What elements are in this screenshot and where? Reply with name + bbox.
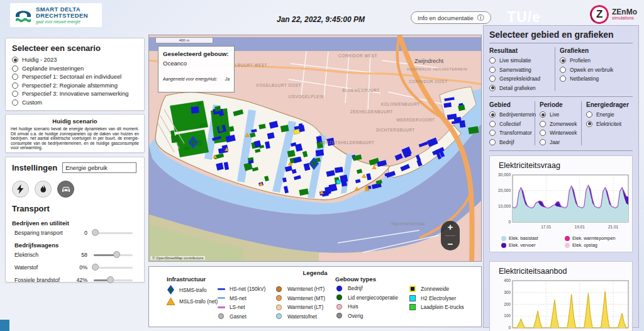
radio-label: Bedrijf — [499, 139, 514, 145]
transport-tab-button[interactable] — [57, 181, 74, 198]
radio-perspectief-3-innovatieve-samenwerking[interactable]: Perspectief 3: Innovatieve samenwerking — [12, 91, 138, 97]
radio-zomerweek[interactable]: Zomerweek — [540, 121, 577, 127]
radio-geplande-investeringen[interactable]: Geplande investeringen — [12, 65, 138, 72]
map-container[interactable]: CORRIDOR WEST CORRIDOR OOST BLOEMENBUURT… — [148, 35, 482, 262]
radio-netbelasting[interactable]: Netbelasting — [560, 76, 613, 82]
radio-elektriciteit[interactable]: Elektriciteit — [586, 121, 629, 127]
resultaat-title: Resultaat — [489, 47, 551, 54]
radio-live[interactable]: Live — [540, 111, 577, 118]
radio-samenvatting[interactable]: Samenvatting — [489, 67, 551, 73]
legend-item-ls-net: LS-net — [217, 304, 265, 310]
legend-item-bedrijf: Bedrijf — [335, 285, 398, 291]
aanbod-chart-title: Elektriciteitsaanbod — [499, 267, 628, 276]
transport-title: Transport — [12, 204, 138, 213]
instellingen-input[interactable] — [62, 162, 136, 173]
radio-label: Transformator — [499, 130, 532, 136]
legend-item-msls-trafo-net: MSLS-trafo (net) — [167, 298, 218, 305]
legend-label: Elek. basislast — [509, 235, 538, 241]
radio-transformator[interactable]: Transformator — [489, 130, 531, 136]
legend-item-waterstofnet: Waterstofnet — [275, 313, 325, 320]
lightning-icon — [16, 184, 25, 194]
zenmo-name: ZEnMo — [612, 9, 637, 16]
circle-icon — [335, 286, 343, 291]
legend-item-lid-energieco-peratie: Lid energiecoöperatie — [335, 295, 398, 301]
radio-label: Gespreksleidraad — [499, 76, 540, 82]
legend-label: Elek. vervoer — [509, 242, 536, 248]
heat-tab-button[interactable] — [35, 181, 52, 198]
radio-jaar[interactable]: Jaar — [540, 139, 577, 145]
slider-value: 42% — [70, 277, 87, 283]
slider-label: Besparing transport — [12, 230, 70, 236]
legend-item-hs-net-150kv: HS-net (150kV) — [217, 286, 265, 292]
periode-options: LiveZomerweekWinterweekJaar — [540, 111, 577, 145]
svg-text:400: 400 — [504, 278, 511, 283]
slider-row-besparing: Besparing transport 0 — [12, 229, 138, 237]
radio-icon — [489, 139, 496, 145]
graph-selection-panel: Selecteer gebied en grafieken Resultaat … — [483, 25, 639, 328]
svg-text:300: 300 — [504, 290, 511, 295]
radio-huidig-2023[interactable]: Huidig - 2023 — [12, 57, 138, 63]
elektrisch-slider[interactable] — [94, 251, 133, 259]
radio-perspectief-2-regionale-afstemming[interactable]: Perspectief 2: Regionale afstemming — [12, 82, 138, 89]
radio-icon — [489, 121, 496, 127]
map-zoom-control[interactable]: + − — [441, 221, 460, 250]
legend-infra-title: Infrastructuur — [167, 276, 218, 283]
radio-energie[interactable]: Energie — [586, 111, 629, 118]
square-icon — [408, 286, 416, 292]
legend-item-label: H2 Electrolyser — [421, 295, 456, 301]
radio-icon — [540, 111, 546, 118]
radio-detail-grafieken[interactable]: Detail grafieken — [489, 85, 551, 91]
map-label: MEERDERVOORT — [397, 118, 435, 122]
radio-label: Samenvatting — [499, 67, 531, 73]
radio-collectief[interactable]: Collectief — [489, 121, 531, 127]
radio-live-simulatie[interactable]: Live simulatie — [489, 57, 551, 64]
legend-item-zonneweide: Zonneweide — [408, 286, 464, 292]
fossiel-slider[interactable] — [94, 276, 133, 284]
radio-label: Perspectief 2: Regionale afstemming — [22, 82, 118, 89]
zoom-in-button[interactable]: + — [448, 223, 453, 232]
map-legend-panel: Legenda Infrastructuur HSMS-trafoMSLS-tr… — [148, 266, 482, 327]
radio-gespreksleidraad[interactable]: Gespreksleidraad — [489, 76, 551, 82]
legend-item-warmtenet-ht: Warmtenet (HT) — [275, 286, 325, 292]
slider-thumb[interactable] — [92, 229, 99, 236]
legend-item-label: Laadplein E-trucks — [421, 304, 464, 310]
legend-markers: HSMS-trafoMSLS-trafo (net) — [167, 285, 218, 305]
triangle-icon — [167, 298, 175, 305]
zoom-out-button[interactable]: − — [448, 240, 453, 249]
legend-dot-icon — [501, 236, 506, 241]
radio-profielen[interactable]: Profielen — [560, 57, 613, 64]
slider-row-fossiel: Fossiele brandstof 42% — [12, 276, 138, 284]
map-label: CORRIDOR WEST — [338, 53, 377, 58]
zenmo-subtitle: simulations — [612, 16, 637, 20]
settings-panel: Instellingen Transport Bedrijven en util… — [5, 157, 145, 283]
legend-item-label: Waterstofnet — [287, 313, 317, 320]
radio-icon — [560, 57, 566, 64]
slider-thumb[interactable] — [113, 251, 120, 258]
electricity-tab-button[interactable] — [12, 181, 29, 198]
radio-bedrijf[interactable]: Bedrijf — [489, 139, 531, 145]
svg-text:0: 0 — [508, 220, 511, 224]
radio-custom[interactable]: Custom — [12, 99, 138, 106]
radio-perspectief-1-sectoraal-en-individueel[interactable]: Perspectief 1: Sectoraal en individueel — [12, 74, 138, 80]
legend-label: Elek. opslag — [572, 242, 597, 248]
legend-warmte: Warmtenet (HT)Warmtenet (MT)Warmtenet (L… — [275, 286, 325, 320]
map-label: VOORMALIG VEILINGTERREIN — [407, 67, 467, 71]
slider-row-waterstof: Waterstof 0% — [12, 264, 138, 271]
legend-item-label: MSLS-trafo (net) — [179, 298, 218, 305]
radio-winterweek[interactable]: Winterweek — [540, 130, 577, 136]
legend-item-label: Gasnet — [230, 313, 247, 320]
info-documentation-button[interactable]: Info en documentatie ⓘ — [411, 11, 491, 24]
radio-bedrijventerrein[interactable]: Bedrijventerrein — [489, 111, 531, 118]
map-attribution[interactable]: © OpenStreetMap contributors — [150, 256, 205, 260]
map-label: DICHTERSBUURT — [376, 128, 415, 132]
radio-opwek-en-verbruik[interactable]: Opwek en verbruik — [560, 67, 613, 73]
zenmo-circle-icon: Z — [588, 3, 611, 26]
slider-thumb[interactable] — [107, 276, 114, 283]
radio-label: Live simulatie — [499, 57, 531, 64]
radio-label: Perspectief 1: Sectoraal en individueel — [22, 74, 121, 80]
slider-thumb[interactable] — [92, 264, 99, 271]
radio-label: Zomerweek — [550, 121, 577, 127]
waterstof-slider[interactable] — [94, 264, 133, 271]
circle-icon — [335, 313, 343, 318]
besparing-slider[interactable] — [94, 229, 133, 237]
